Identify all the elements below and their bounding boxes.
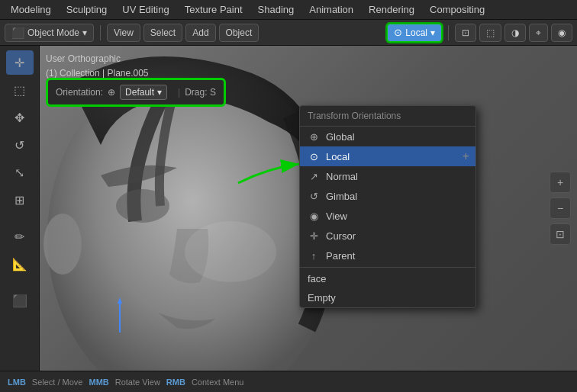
shading-icon: ◑: [511, 27, 519, 38]
sidebar-move-tool[interactable]: ✥: [6, 105, 34, 130]
orientation-value: Default: [125, 87, 154, 98]
sidebar-measure-tool[interactable]: 📐: [6, 252, 34, 276]
frame-button[interactable]: ⊡: [550, 223, 571, 245]
left-sidebar: ✛ ⬚ ✥ ↺ ⤡ ⊞ ✏ 📐 ⬛: [0, 46, 40, 371]
status-key-hint2: MMB: [89, 378, 108, 387]
select-label: Select: [150, 27, 176, 38]
menu-compositing[interactable]: Compositing: [422, 2, 492, 17]
orient-view-label: View: [326, 210, 347, 222]
proportional-icon: ◉: [558, 27, 566, 38]
zoom-in-button[interactable]: +: [550, 172, 571, 193]
top-menubar: Modeling Sculpting UV Editing Texture Pa…: [0, 0, 577, 20]
overlay-btn[interactable]: ⬚: [479, 24, 501, 42]
object-menu[interactable]: Object: [219, 24, 259, 42]
chevron-down-icon2: ▾: [430, 27, 435, 38]
mode-selector[interactable]: ⬛ Object Mode ▾: [5, 24, 94, 42]
orient-local-label: Local: [326, 151, 350, 162]
select-menu[interactable]: Select: [143, 24, 182, 42]
orient-item-normal[interactable]: ↗ Normal: [300, 166, 475, 186]
add-menu[interactable]: Add: [185, 24, 215, 42]
cursor-orient-icon: ✛: [308, 230, 320, 242]
svg-point-4: [185, 221, 276, 282]
snap-icon: ⌖: [536, 27, 541, 38]
view-label: View: [114, 27, 134, 38]
proportional-btn[interactable]: ◉: [551, 24, 572, 42]
orient-gimbal-label: Gimbal: [326, 191, 357, 202]
orientation-panel: Orientation: ⊕ Default ▾ | Drag: S: [46, 78, 226, 107]
chevron-down-icon: ▾: [82, 27, 87, 38]
orient-parent-label: Parent: [326, 250, 355, 262]
menu-shading[interactable]: Shading: [250, 2, 302, 17]
mode-label: Object Mode: [27, 27, 79, 38]
nav-controls: + − ⊡: [550, 172, 571, 245]
svg-point-2: [44, 214, 82, 275]
viewport-3d[interactable]: User Orthographic (1) Collection | Plane…: [40, 46, 577, 371]
axis-indicator: [101, 294, 139, 333]
drag-label: Drag: S: [185, 87, 216, 98]
menu-texture-paint[interactable]: Texture Paint: [177, 2, 250, 17]
view-menu[interactable]: View: [107, 24, 140, 42]
orient-item-local[interactable]: ⊙ Local: [300, 146, 475, 166]
sidebar-cursor-tool[interactable]: ✛: [6, 50, 34, 75]
local-transform-button[interactable]: ⊙ Local ▾: [387, 24, 442, 42]
sidebar-add-cube[interactable]: ⬛: [6, 288, 34, 313]
orient-cursor-label: Cursor: [326, 230, 356, 242]
orient-item-parent[interactable]: ↑ Parent: [300, 246, 475, 265]
menu-uv-editing[interactable]: UV Editing: [114, 2, 176, 17]
chevron-down-icon3: ▾: [157, 87, 162, 98]
orient-divider: [300, 267, 475, 268]
status-key-hint3: RMB: [166, 378, 185, 387]
add-label: Add: [192, 27, 208, 38]
sidebar-transform-tool[interactable]: ⊞: [6, 188, 34, 212]
status-hint1: Select / Move: [32, 378, 83, 387]
options-btn[interactable]: ⊡: [455, 24, 476, 42]
local-label: Local: [405, 27, 427, 38]
drag-separator: |: [178, 87, 180, 98]
view-orient-icon: ◉: [308, 210, 320, 222]
orient-normal-label: Normal: [326, 171, 358, 182]
svg-point-1: [116, 189, 169, 223]
local-icon: ⊙: [394, 27, 402, 38]
statusbar: LMB Select / Move MMB Rotate View RMB Co…: [0, 371, 577, 392]
sidebar-rotate-tool[interactable]: ↺: [6, 133, 34, 157]
orient-item-cursor[interactable]: ✛ Cursor: [300, 226, 475, 246]
transform-orientations-menu: Transform Orientations + ⊕ Global ⊙ Loca…: [299, 105, 476, 308]
zoom-out-button[interactable]: −: [550, 198, 571, 219]
sidebar-select-tool[interactable]: ⬚: [6, 78, 34, 102]
gimbal-icon: ↺: [308, 190, 320, 202]
object-label: Object: [226, 27, 253, 38]
status-hint2: Rotate View: [115, 378, 160, 387]
menu-sculpting[interactable]: Sculpting: [59, 2, 114, 17]
orientation-icon: ⊕: [108, 87, 115, 98]
sidebar-annotate-tool[interactable]: ✏: [6, 224, 34, 249]
global-icon: ⊕: [308, 130, 320, 143]
svg-marker-8: [118, 297, 122, 304]
parent-icon: ↑: [308, 249, 320, 262]
normal-icon: ↗: [308, 170, 320, 182]
orient-item-empty[interactable]: Empty: [300, 288, 475, 307]
sidebar-scale-tool[interactable]: ⤡: [6, 160, 34, 185]
orientation-label: Orientation:: [56, 87, 103, 98]
status-hint3: Context Menu: [192, 378, 243, 387]
orient-global-label: Global: [326, 131, 355, 143]
overlay-icon: ⬚: [486, 27, 495, 38]
menu-animation[interactable]: Animation: [301, 2, 361, 17]
menu-rendering[interactable]: Rendering: [361, 2, 422, 17]
main-area: ✛ ⬚ ✥ ↺ ⤡ ⊞ ✏ 📐 ⬛: [0, 46, 577, 371]
orient-item-face[interactable]: face: [300, 269, 475, 288]
toolbar2: ⬛ Object Mode ▾ View Select Add Object ⊙…: [0, 20, 577, 46]
orient-item-view[interactable]: ◉ View: [300, 206, 475, 226]
mode-icon: ⬛: [11, 27, 24, 39]
add-orientation-button[interactable]: +: [463, 149, 469, 163]
orient-empty-label: Empty: [308, 292, 336, 304]
orient-face-label: face: [308, 273, 327, 284]
orientation-dropdown[interactable]: Default ▾: [120, 85, 167, 100]
separator1: [100, 25, 101, 40]
snap-btn[interactable]: ⌖: [529, 24, 548, 42]
orient-item-global[interactable]: ⊕ Global: [300, 127, 475, 146]
separator2: [448, 25, 449, 40]
orient-item-gimbal[interactable]: ↺ Gimbal: [300, 186, 475, 206]
local-orient-icon: ⊙: [308, 150, 320, 162]
shading-btn[interactable]: ◑: [504, 24, 526, 42]
menu-modeling[interactable]: Modeling: [3, 2, 59, 17]
